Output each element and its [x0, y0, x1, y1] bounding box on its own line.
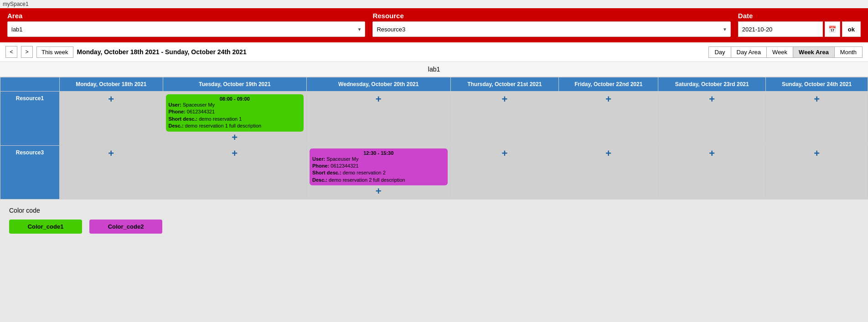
add-event-btn[interactable]: +: [310, 186, 447, 196]
event-user: User: Spaceuser My: [169, 102, 301, 108]
add-event-btn[interactable]: +: [454, 148, 556, 158]
event-block[interactable]: 12:30 - 15:30 User: Spaceuser My Phone: …: [310, 148, 447, 186]
top-bar: Area lab1 Resource Resource3 Date 📅 ok: [0, 8, 868, 42]
resource1-friday: +: [559, 92, 658, 146]
color-code-item-1[interactable]: Color_code1: [9, 220, 82, 234]
day-header-1: Tuesday, October 19th 2021: [163, 77, 306, 92]
next-button[interactable]: >: [21, 46, 33, 58]
color-code-section: Color code Color_code1 Color_code2: [0, 199, 868, 241]
add-event-btn[interactable]: +: [310, 94, 447, 104]
calendar-icon-btn[interactable]: 📅: [825, 21, 840, 37]
event-short-desc: Short desc.: demo reservation 1: [169, 116, 301, 123]
resource3-wednesday: 12:30 - 15:30 User: Spaceuser My Phone: …: [307, 145, 450, 199]
ok-button[interactable]: ok: [842, 21, 861, 37]
day-header-6: Sunday, October 24th 2021: [766, 77, 868, 92]
color-code-title: Color code: [9, 207, 859, 214]
date-label: Date: [738, 12, 861, 20]
resource1-saturday: +: [658, 92, 766, 146]
add-event-btn[interactable]: +: [661, 148, 763, 158]
event-user: User: Spaceuser My: [312, 156, 444, 163]
resource1-label: Resource1: [0, 92, 60, 146]
resource3-thursday: +: [450, 145, 559, 199]
view-day-area-button[interactable]: Day Area: [731, 46, 766, 58]
view-day-button[interactable]: Day: [708, 46, 730, 58]
day-header-4: Friday, October 22nd 2021: [559, 77, 658, 92]
add-event-btn[interactable]: +: [454, 94, 556, 104]
nav-bar: < > This week Monday, October 18th 2021 …: [0, 42, 868, 62]
resource3-saturday: +: [658, 145, 766, 199]
resource3-monday: +: [60, 145, 163, 199]
resource1-sunday: +: [766, 92, 868, 146]
resource1-tuesday: 08:00 - 09:00 User: Spaceuser My Phone: …: [163, 92, 306, 146]
resource-label: Resource: [372, 12, 730, 20]
resource1-thursday: +: [450, 92, 559, 146]
add-event-btn[interactable]: +: [62, 94, 160, 104]
event-desc: Desc.: demo reservation 1 full descripti…: [169, 123, 301, 129]
calendar-title: lab1: [0, 62, 868, 77]
event-desc: Desc.: demo reservation 2 full descripti…: [312, 177, 444, 184]
this-week-button[interactable]: This week: [36, 46, 73, 58]
add-event-btn[interactable]: +: [769, 94, 865, 104]
color-code-item-2[interactable]: Color_code2: [89, 220, 162, 234]
day-header-2: Wednesday, October 20th 2021: [307, 77, 450, 92]
date-input[interactable]: [738, 21, 823, 37]
resource1-monday: +: [60, 92, 163, 146]
event-phone: Phone: 0612344321: [169, 108, 301, 115]
event-time: 08:00 - 09:00: [169, 96, 301, 102]
prev-button[interactable]: <: [5, 46, 17, 58]
event-phone: Phone: 0612344321: [312, 163, 444, 169]
area-select[interactable]: lab1: [7, 21, 365, 37]
day-header-3: Thursday, October 21st 2021: [450, 77, 559, 92]
add-event-btn[interactable]: +: [562, 148, 655, 158]
app-title: mySpace1: [0, 0, 868, 8]
day-header-5: Saturday, October 23rd 2021: [658, 77, 766, 92]
resource3-sunday: +: [766, 145, 868, 199]
add-event-btn[interactable]: +: [769, 148, 865, 158]
resource1-wednesday: +: [307, 92, 450, 146]
resource-select[interactable]: Resource3: [372, 21, 730, 37]
event-time: 12:30 - 15:30: [312, 150, 444, 156]
table-row: Resource1 + 08:00 - 09:00 User: Spaceuse…: [0, 92, 868, 146]
resource3-label: Resource3: [0, 145, 60, 199]
view-week-button[interactable]: Week: [766, 46, 793, 58]
add-event-btn[interactable]: +: [166, 133, 304, 143]
event-short-desc: Short desc.: demo reservation 2: [312, 169, 444, 176]
view-week-area-button[interactable]: Week Area: [793, 46, 834, 58]
table-row: Resource3 + + 12:30 - 15:30 User: Spaceu…: [0, 145, 868, 199]
event-block[interactable]: 08:00 - 09:00 User: Spaceuser My Phone: …: [166, 94, 304, 132]
view-month-button[interactable]: Month: [834, 46, 863, 58]
add-event-btn[interactable]: +: [62, 148, 160, 158]
resource-column-header: [0, 77, 60, 92]
add-event-btn[interactable]: +: [562, 94, 655, 104]
calendar-wrapper: lab1 Monday, October 18th 2021 Tuesday, …: [0, 62, 868, 199]
add-event-btn[interactable]: +: [166, 148, 304, 158]
resource3-tuesday: +: [163, 145, 306, 199]
area-label: Area: [7, 12, 365, 20]
day-header-0: Monday, October 18th 2021: [60, 77, 163, 92]
resource3-friday: +: [559, 145, 658, 199]
add-event-btn[interactable]: +: [661, 94, 763, 104]
date-range: Monday, October 18th 2021 - Sunday, Octo…: [77, 48, 705, 56]
